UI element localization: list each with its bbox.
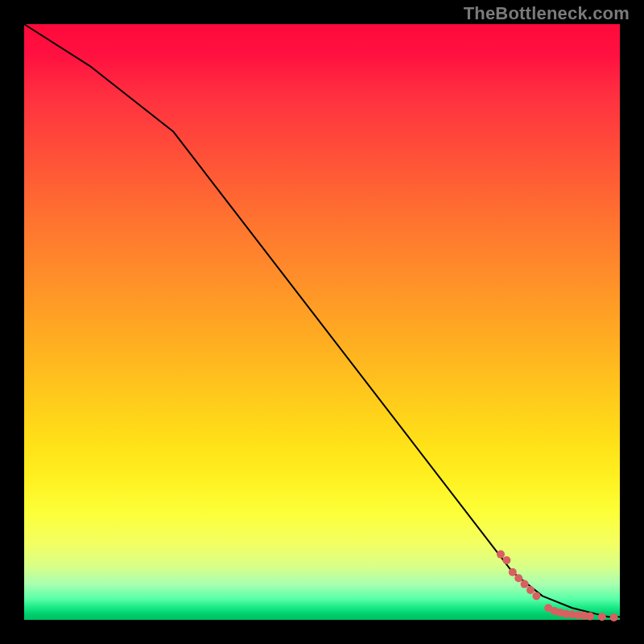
data-point <box>586 613 594 621</box>
watermark-text: TheBottleneck.com <box>464 3 630 24</box>
data-point <box>514 574 522 582</box>
chart-stage: TheBottleneck.com <box>0 0 644 644</box>
plot-overlay <box>24 24 620 620</box>
data-point <box>532 592 540 600</box>
data-point <box>598 613 606 621</box>
data-point <box>502 556 510 564</box>
data-point <box>497 551 505 559</box>
data-point <box>509 568 517 576</box>
data-point <box>521 580 529 588</box>
data-point <box>526 586 535 594</box>
data-point <box>610 613 618 621</box>
data-point-cluster <box>497 551 618 621</box>
bottleneck-curve <box>24 24 620 617</box>
